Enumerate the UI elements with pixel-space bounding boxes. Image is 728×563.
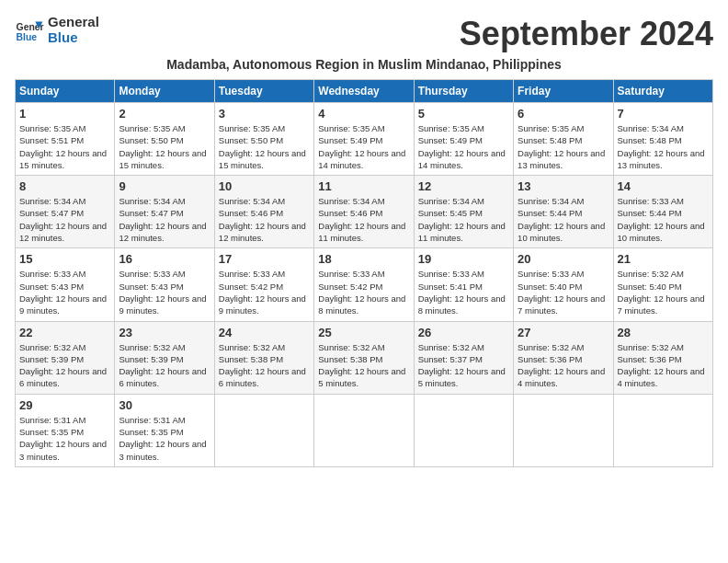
calendar-cell — [314, 394, 414, 466]
day-number: 4 — [318, 107, 409, 121]
calendar-cell: 12Sunrise: 5:34 AMSunset: 5:45 PMDayligh… — [414, 176, 513, 248]
calendar-cell: 29Sunrise: 5:31 AMSunset: 5:35 PMDayligh… — [16, 394, 115, 466]
calendar-cell: 23Sunrise: 5:32 AMSunset: 5:39 PMDayligh… — [115, 321, 214, 394]
day-info: Sunrise: 5:34 AMSunset: 5:47 PMDaylight:… — [19, 195, 110, 244]
calendar-cell: 15Sunrise: 5:33 AMSunset: 5:43 PMDayligh… — [16, 248, 115, 321]
calendar-cell: 20Sunrise: 5:33 AMSunset: 5:40 PMDayligh… — [514, 248, 613, 321]
calendar-week-row: 8Sunrise: 5:34 AMSunset: 5:47 PMDaylight… — [16, 176, 713, 248]
day-info: Sunrise: 5:35 AMSunset: 5:49 PMDaylight:… — [418, 122, 509, 171]
day-number: 2 — [119, 107, 210, 121]
day-info: Sunrise: 5:32 AMSunset: 5:37 PMDaylight:… — [418, 341, 509, 390]
calendar-cell: 8Sunrise: 5:34 AMSunset: 5:47 PMDaylight… — [16, 176, 115, 248]
calendar-cell: 7Sunrise: 5:34 AMSunset: 5:48 PMDaylight… — [613, 103, 712, 176]
logo-icon: General Blue — [15, 16, 44, 45]
day-number: 1 — [19, 107, 110, 121]
calendar-week-row: 29Sunrise: 5:31 AMSunset: 5:35 PMDayligh… — [16, 394, 713, 466]
day-info: Sunrise: 5:33 AMSunset: 5:40 PMDaylight:… — [518, 268, 609, 316]
day-number: 11 — [318, 179, 409, 193]
calendar-cell: 1Sunrise: 5:35 AMSunset: 5:51 PMDaylight… — [16, 103, 115, 176]
calendar-header-saturday: Saturday — [613, 80, 712, 103]
svg-text:Blue: Blue — [17, 32, 38, 42]
day-number: 9 — [119, 179, 210, 193]
day-number: 16 — [119, 252, 210, 266]
day-number: 18 — [318, 252, 409, 266]
calendar-cell: 4Sunrise: 5:35 AMSunset: 5:49 PMDaylight… — [314, 103, 414, 176]
calendar-cell: 6Sunrise: 5:35 AMSunset: 5:48 PMDaylight… — [514, 103, 613, 176]
day-number: 19 — [418, 252, 509, 266]
calendar-cell: 9Sunrise: 5:34 AMSunset: 5:47 PMDaylight… — [115, 176, 214, 248]
day-number: 13 — [518, 179, 609, 193]
calendar-cell — [414, 394, 513, 466]
day-number: 26 — [418, 326, 509, 339]
calendar-cell: 19Sunrise: 5:33 AMSunset: 5:41 PMDayligh… — [414, 248, 513, 321]
calendar-header-friday: Friday — [514, 80, 613, 103]
day-number: 27 — [518, 326, 609, 339]
logo: General Blue General Blue — [15, 15, 99, 45]
calendar-cell: 14Sunrise: 5:33 AMSunset: 5:44 PMDayligh… — [613, 176, 712, 248]
calendar-cell — [214, 394, 313, 466]
day-number: 14 — [618, 179, 709, 193]
calendar-header-tuesday: Tuesday — [214, 80, 313, 103]
logo-text: General Blue — [48, 15, 99, 45]
day-info: Sunrise: 5:32 AMSunset: 5:39 PMDaylight:… — [19, 341, 110, 390]
calendar-cell: 28Sunrise: 5:32 AMSunset: 5:36 PMDayligh… — [613, 321, 712, 394]
day-info: Sunrise: 5:34 AMSunset: 5:44 PMDaylight:… — [518, 195, 609, 244]
day-info: Sunrise: 5:32 AMSunset: 5:39 PMDaylight:… — [119, 341, 210, 390]
day-info: Sunrise: 5:33 AMSunset: 5:42 PMDaylight:… — [219, 268, 310, 316]
day-number: 25 — [318, 326, 409, 339]
calendar-header-monday: Monday — [115, 80, 214, 103]
calendar-cell: 30Sunrise: 5:31 AMSunset: 5:35 PMDayligh… — [115, 394, 214, 466]
day-info: Sunrise: 5:35 AMSunset: 5:48 PMDaylight:… — [518, 122, 609, 171]
day-number: 30 — [119, 398, 210, 412]
calendar-cell: 24Sunrise: 5:32 AMSunset: 5:38 PMDayligh… — [214, 321, 313, 394]
calendar-table: SundayMondayTuesdayWednesdayThursdayFrid… — [15, 79, 713, 467]
day-info: Sunrise: 5:33 AMSunset: 5:43 PMDaylight:… — [119, 268, 210, 316]
calendar-cell: 26Sunrise: 5:32 AMSunset: 5:37 PMDayligh… — [414, 321, 513, 394]
calendar-cell: 25Sunrise: 5:32 AMSunset: 5:38 PMDayligh… — [314, 321, 414, 394]
day-info: Sunrise: 5:33 AMSunset: 5:41 PMDaylight:… — [418, 268, 509, 316]
calendar-cell: 27Sunrise: 5:32 AMSunset: 5:36 PMDayligh… — [514, 321, 613, 394]
month-title: September 2024 — [460, 15, 713, 53]
calendar-cell: 18Sunrise: 5:33 AMSunset: 5:42 PMDayligh… — [314, 248, 414, 321]
day-number: 22 — [19, 326, 110, 339]
calendar-cell: 13Sunrise: 5:34 AMSunset: 5:44 PMDayligh… — [514, 176, 613, 248]
calendar-week-row: 1Sunrise: 5:35 AMSunset: 5:51 PMDaylight… — [16, 103, 713, 176]
day-info: Sunrise: 5:34 AMSunset: 5:46 PMDaylight:… — [318, 195, 409, 244]
day-info: Sunrise: 5:32 AMSunset: 5:36 PMDaylight:… — [518, 341, 609, 390]
day-info: Sunrise: 5:35 AMSunset: 5:50 PMDaylight:… — [219, 122, 310, 171]
day-number: 17 — [219, 252, 310, 266]
calendar-cell: 16Sunrise: 5:33 AMSunset: 5:43 PMDayligh… — [115, 248, 214, 321]
day-info: Sunrise: 5:31 AMSunset: 5:35 PMDaylight:… — [19, 414, 110, 463]
calendar-cell: 22Sunrise: 5:32 AMSunset: 5:39 PMDayligh… — [16, 321, 115, 394]
day-number: 15 — [19, 252, 110, 266]
calendar-header-wednesday: Wednesday — [314, 80, 414, 103]
day-info: Sunrise: 5:32 AMSunset: 5:38 PMDaylight:… — [318, 341, 409, 390]
day-number: 20 — [518, 252, 609, 266]
day-info: Sunrise: 5:32 AMSunset: 5:36 PMDaylight:… — [618, 341, 709, 390]
calendar-cell: 10Sunrise: 5:34 AMSunset: 5:46 PMDayligh… — [214, 176, 313, 248]
day-info: Sunrise: 5:35 AMSunset: 5:51 PMDaylight:… — [19, 122, 110, 171]
day-number: 3 — [219, 107, 310, 121]
day-number: 24 — [219, 326, 310, 339]
calendar-cell: 5Sunrise: 5:35 AMSunset: 5:49 PMDaylight… — [414, 103, 513, 176]
day-info: Sunrise: 5:34 AMSunset: 5:46 PMDaylight:… — [219, 195, 310, 244]
day-number: 28 — [618, 326, 709, 339]
day-number: 10 — [219, 179, 310, 193]
calendar-cell — [613, 394, 712, 466]
calendar-cell: 3Sunrise: 5:35 AMSunset: 5:50 PMDaylight… — [214, 103, 313, 176]
calendar-header-row: SundayMondayTuesdayWednesdayThursdayFrid… — [16, 80, 713, 103]
day-number: 21 — [618, 252, 709, 266]
calendar-cell: 17Sunrise: 5:33 AMSunset: 5:42 PMDayligh… — [214, 248, 313, 321]
day-info: Sunrise: 5:34 AMSunset: 5:48 PMDaylight:… — [618, 122, 709, 171]
day-number: 8 — [19, 179, 110, 193]
page-subtitle: Madamba, Autonomous Region in Muslim Min… — [15, 57, 713, 72]
day-info: Sunrise: 5:31 AMSunset: 5:35 PMDaylight:… — [119, 414, 210, 463]
day-info: Sunrise: 5:32 AMSunset: 5:40 PMDaylight:… — [618, 268, 709, 316]
calendar-cell: 21Sunrise: 5:32 AMSunset: 5:40 PMDayligh… — [613, 248, 712, 321]
day-number: 6 — [518, 107, 609, 121]
day-number: 7 — [618, 107, 709, 121]
day-info: Sunrise: 5:35 AMSunset: 5:49 PMDaylight:… — [318, 122, 409, 171]
day-info: Sunrise: 5:33 AMSunset: 5:44 PMDaylight:… — [618, 195, 709, 244]
day-number: 5 — [418, 107, 509, 121]
calendar-cell — [514, 394, 613, 466]
